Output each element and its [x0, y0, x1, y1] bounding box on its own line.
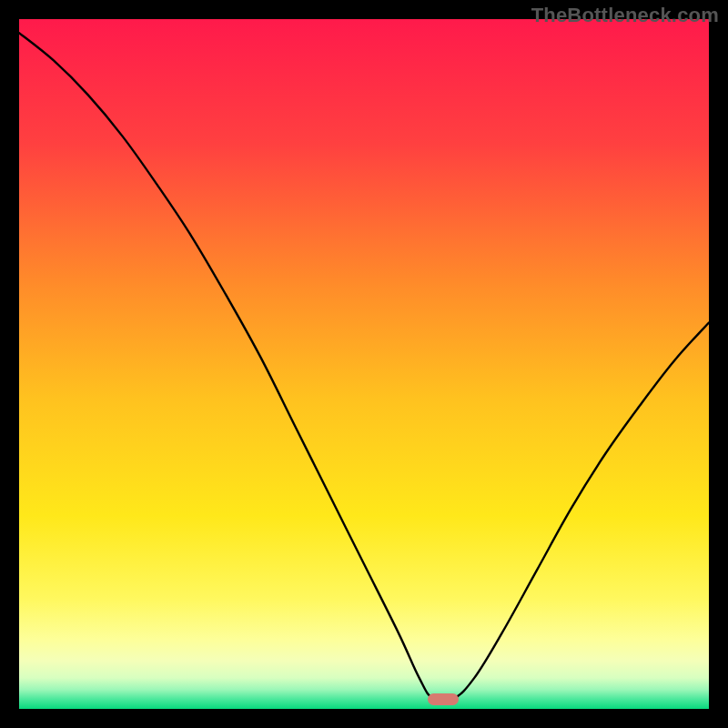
plot-area	[19, 19, 709, 709]
optimal-marker	[428, 693, 459, 705]
bottleneck-curve	[19, 33, 709, 702]
chart-frame: TheBottleneck.com	[0, 0, 728, 728]
curve-layer	[19, 19, 709, 709]
watermark-text: TheBottleneck.com	[531, 4, 719, 27]
